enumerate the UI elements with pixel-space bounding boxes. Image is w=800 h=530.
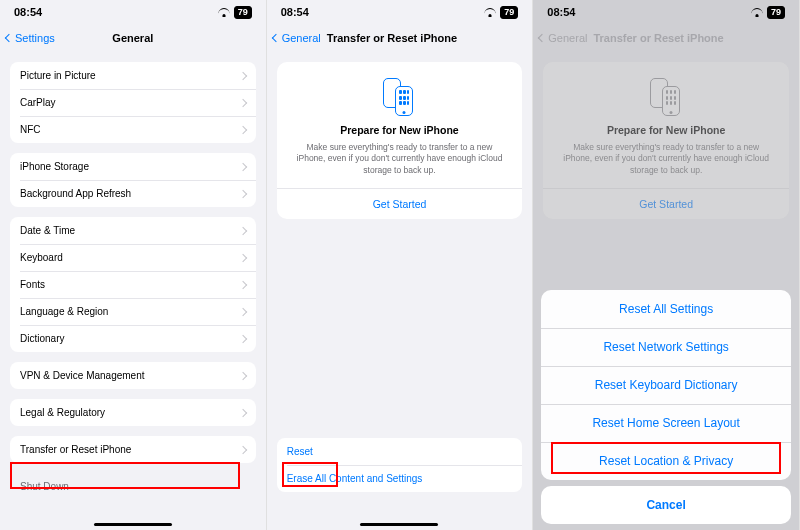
status-bar: 08:54 79 xyxy=(0,0,266,24)
reset-network-settings[interactable]: Reset Network Settings xyxy=(541,328,791,366)
row-legal-regulatory[interactable]: Legal & Regulatory xyxy=(10,399,256,426)
page-title: Transfer or Reset iPhone xyxy=(327,32,457,44)
chevron-right-icon xyxy=(238,189,246,197)
row-background-app-refresh[interactable]: Background App Refresh xyxy=(10,180,256,207)
row-keyboard[interactable]: Keyboard xyxy=(10,244,256,271)
reset-location-privacy[interactable]: Reset Location & Privacy xyxy=(541,442,791,480)
row-shut-down[interactable]: Shut Down xyxy=(10,473,256,500)
back-button[interactable]: General xyxy=(539,32,587,44)
reset-all-settings[interactable]: Reset All Settings xyxy=(541,290,791,328)
cancel-button[interactable]: Cancel xyxy=(541,486,791,524)
status-time: 08:54 xyxy=(14,6,42,18)
row-language-region[interactable]: Language & Region xyxy=(10,298,256,325)
chevron-right-icon xyxy=(238,408,246,416)
chevron-right-icon xyxy=(238,307,246,315)
wifi-icon xyxy=(218,8,230,17)
row-nfc[interactable]: NFC xyxy=(10,116,256,143)
chevron-right-icon xyxy=(238,371,246,379)
row-fonts[interactable]: Fonts xyxy=(10,271,256,298)
row-erase-all[interactable]: Erase All Content and Settings xyxy=(277,465,523,492)
back-button[interactable]: Settings xyxy=(6,32,55,44)
chevron-right-icon xyxy=(238,445,246,453)
page-title: Transfer or Reset iPhone xyxy=(593,32,723,44)
transfer-icon xyxy=(289,76,511,116)
row-label: Reset xyxy=(287,446,313,457)
row-label: Transfer or Reset iPhone xyxy=(20,444,131,455)
home-indicator xyxy=(94,523,172,527)
prepare-card: Prepare for New iPhone Make sure everyth… xyxy=(277,62,523,219)
card-desc: Make sure everything's ready to transfer… xyxy=(289,142,511,176)
status-bar: 08:54 79 xyxy=(267,0,533,24)
chevron-right-icon xyxy=(238,71,246,79)
status-time: 08:54 xyxy=(281,6,309,18)
screen-transfer-reset: 08:54 79 General Transfer or Reset iPhon… xyxy=(267,0,534,530)
back-button[interactable]: General xyxy=(273,32,321,44)
row-iphone-storage[interactable]: iPhone Storage xyxy=(10,153,256,180)
bottom-group: Reset Erase All Content and Settings xyxy=(277,438,523,492)
screen-general: 08:54 79 Settings General Picture in Pic… xyxy=(0,0,267,530)
sheet-options: Reset All Settings Reset Network Setting… xyxy=(541,290,791,480)
home-indicator xyxy=(360,523,438,527)
row-label: Shut Down xyxy=(20,481,69,492)
chevron-left-icon xyxy=(538,34,546,42)
row-label: Fonts xyxy=(20,279,45,290)
card-title: Prepare for New iPhone xyxy=(289,124,511,136)
chevron-left-icon xyxy=(271,34,279,42)
row-label: Background App Refresh xyxy=(20,188,131,199)
row-label: Picture in Picture xyxy=(20,70,96,81)
battery-indicator: 79 xyxy=(500,6,518,19)
wifi-icon xyxy=(751,8,763,17)
group-7: Shut Down xyxy=(10,473,256,500)
battery-indicator: 79 xyxy=(767,6,785,19)
row-transfer-or-reset[interactable]: Transfer or Reset iPhone xyxy=(10,436,256,463)
back-label: General xyxy=(282,32,321,44)
group-5: Legal & Regulatory xyxy=(10,399,256,426)
row-label: Keyboard xyxy=(20,252,63,263)
chevron-right-icon xyxy=(238,162,246,170)
back-label: Settings xyxy=(15,32,55,44)
group-2: iPhone Storage Background App Refresh xyxy=(10,153,256,207)
row-label: Erase All Content and Settings xyxy=(287,473,423,484)
reset-home-screen-layout[interactable]: Reset Home Screen Layout xyxy=(541,404,791,442)
nav-bar: General Transfer or Reset iPhone xyxy=(533,24,799,52)
chevron-right-icon xyxy=(238,98,246,106)
row-label: Date & Time xyxy=(20,225,75,236)
chevron-right-icon xyxy=(238,253,246,261)
chevron-left-icon xyxy=(5,34,13,42)
row-vpn-device-management[interactable]: VPN & Device Management xyxy=(10,362,256,389)
row-label: NFC xyxy=(20,124,41,135)
row-label: VPN & Device Management xyxy=(20,370,145,381)
chevron-right-icon xyxy=(238,226,246,234)
row-dictionary[interactable]: Dictionary xyxy=(10,325,256,352)
group-4: VPN & Device Management xyxy=(10,362,256,389)
row-reset[interactable]: Reset xyxy=(277,438,523,465)
row-picture-in-picture[interactable]: Picture in Picture xyxy=(10,62,256,89)
row-label: Language & Region xyxy=(20,306,108,317)
chevron-right-icon xyxy=(238,334,246,342)
row-label: iPhone Storage xyxy=(20,161,89,172)
group-1: Picture in Picture CarPlay NFC xyxy=(10,62,256,143)
row-label: Dictionary xyxy=(20,333,64,344)
reset-keyboard-dictionary[interactable]: Reset Keyboard Dictionary xyxy=(541,366,791,404)
status-bar: 08:54 79 xyxy=(533,0,799,24)
row-label: CarPlay xyxy=(20,97,56,108)
chevron-right-icon xyxy=(238,280,246,288)
battery-indicator: 79 xyxy=(234,6,252,19)
status-time: 08:54 xyxy=(547,6,575,18)
wifi-icon xyxy=(484,8,496,17)
row-label: Legal & Regulatory xyxy=(20,407,105,418)
nav-bar: Settings General xyxy=(0,24,266,52)
reset-action-sheet: Reset All Settings Reset Network Setting… xyxy=(541,290,791,524)
content-area: Picture in Picture CarPlay NFC iPhone St… xyxy=(0,52,266,530)
chevron-right-icon xyxy=(238,125,246,133)
group-3: Date & Time Keyboard Fonts Language & Re… xyxy=(10,217,256,352)
nav-bar: General Transfer or Reset iPhone xyxy=(267,24,533,52)
row-carplay[interactable]: CarPlay xyxy=(10,89,256,116)
get-started-button[interactable]: Get Started xyxy=(289,189,511,219)
row-date-time[interactable]: Date & Time xyxy=(10,217,256,244)
back-label: General xyxy=(548,32,587,44)
screen-reset-sheet: 08:54 79 General Transfer or Reset iPhon… xyxy=(533,0,800,530)
page-title: General xyxy=(112,32,153,44)
group-6: Transfer or Reset iPhone xyxy=(10,436,256,463)
